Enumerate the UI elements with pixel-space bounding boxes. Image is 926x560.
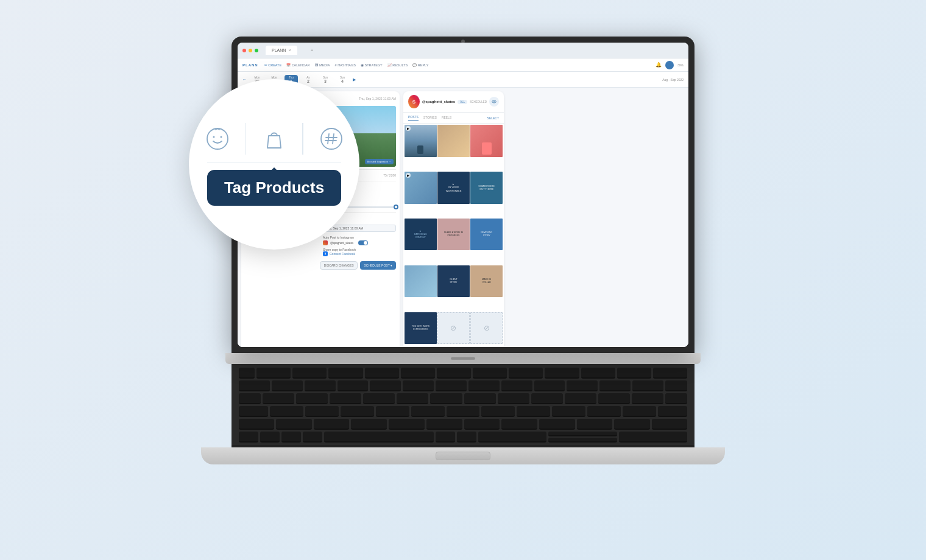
- key-f10[interactable]: [581, 368, 615, 379]
- cal-prev[interactable]: ←: [242, 77, 247, 82]
- nav-calendar[interactable]: 📅 CALENDAR: [286, 63, 309, 67]
- key-6[interactable]: [436, 380, 467, 391]
- auto-post-toggle[interactable]: [358, 240, 368, 245]
- key-0[interactable]: [567, 380, 598, 391]
- grid-cell-1[interactable]: ▶: [405, 125, 437, 157]
- bag-icon-item[interactable]: [258, 123, 290, 155]
- key-g[interactable]: [411, 406, 445, 417]
- tab-close-icon[interactable]: ×: [288, 47, 291, 53]
- grid-cell-11[interactable]: CLIENTSTORY: [437, 265, 470, 298]
- key-n[interactable]: [464, 419, 500, 430]
- nav-media[interactable]: 🖼 MEDIA: [315, 63, 330, 67]
- key-t[interactable]: [397, 393, 428, 404]
- key-q[interactable]: [263, 393, 294, 404]
- grid-cell-13[interactable]: YOU WITH WORKIN PROGRESS: [405, 312, 437, 345]
- key-backtick[interactable]: [239, 380, 270, 391]
- eye-button[interactable]: [489, 97, 499, 107]
- progress-handle[interactable]: [394, 205, 398, 209]
- notification-icon[interactable]: 🔔: [656, 62, 662, 68]
- key-space[interactable]: [324, 432, 434, 443]
- grid-cell-14[interactable]: ⊘: [437, 312, 470, 345]
- key-4[interactable]: [370, 380, 401, 391]
- maximize-button[interactable]: [255, 49, 258, 52]
- key-i[interactable]: [498, 393, 529, 404]
- key-f4[interactable]: [365, 368, 399, 379]
- grid-cell-15[interactable]: ⊘: [470, 312, 503, 345]
- key-d[interactable]: [341, 406, 374, 417]
- grid-cell-4[interactable]: ▶: [405, 172, 437, 204]
- key-cmd-l[interactable]: [303, 432, 322, 443]
- key-up[interactable]: [548, 432, 617, 436]
- key-w[interactable]: [296, 393, 328, 404]
- posts-tab[interactable]: POSTS: [408, 115, 419, 121]
- key-f3[interactable]: [328, 368, 362, 379]
- nav-hashtags[interactable]: # HASHTAGS: [335, 63, 356, 67]
- key-r[interactable]: [363, 393, 395, 404]
- key-capslock[interactable]: [239, 406, 268, 417]
- key-semicolon[interactable]: [587, 406, 621, 417]
- key-b[interactable]: [426, 419, 462, 430]
- nav-results[interactable]: 📈 RESULTS: [387, 63, 408, 67]
- key-a[interactable]: [270, 406, 303, 417]
- key-backspace[interactable]: [665, 380, 687, 391]
- key-fn[interactable]: [239, 432, 258, 443]
- key-7[interactable]: [468, 380, 500, 391]
- date-input[interactable]: Thu, Sep 1, 2022 11:00 AM: [323, 225, 396, 232]
- cal-day-2[interactable]: As 2: [302, 76, 315, 83]
- key-u[interactable]: [464, 393, 496, 404]
- connect-fb-text[interactable]: Connect Facebook: [330, 252, 355, 256]
- reels-tab[interactable]: REELS: [442, 116, 451, 121]
- key-down[interactable]: [548, 438, 617, 443]
- browser-tab[interactable]: PLANN ×: [266, 46, 297, 55]
- key-3[interactable]: [338, 380, 369, 391]
- key-j[interactable]: [481, 406, 515, 417]
- key-right[interactable]: [619, 432, 687, 443]
- grid-cell-12[interactable]: MADE INCOLLAB: [470, 265, 503, 298]
- key-f7[interactable]: [473, 368, 507, 379]
- user-avatar[interactable]: [665, 61, 674, 69]
- key-cmd-r[interactable]: [436, 432, 455, 443]
- key-ctrl[interactable]: [260, 432, 280, 443]
- key-f5[interactable]: [401, 368, 435, 379]
- key-9[interactable]: [534, 380, 565, 391]
- key-tab[interactable]: [239, 393, 261, 404]
- select-button[interactable]: SELECT: [487, 116, 499, 120]
- key-f6[interactable]: [437, 368, 471, 379]
- key-return2[interactable]: [658, 406, 687, 417]
- close-button[interactable]: [242, 49, 246, 52]
- key-f[interactable]: [376, 406, 409, 417]
- key-h[interactable]: [447, 406, 480, 417]
- key-minus[interactable]: [599, 380, 631, 391]
- key-f11[interactable]: [617, 368, 651, 379]
- trackpad[interactable]: [436, 452, 490, 460]
- key-5[interactable]: [403, 380, 434, 391]
- key-f12[interactable]: [653, 368, 687, 379]
- key-o[interactable]: [531, 393, 563, 404]
- grid-cell-5[interactable]: ★IN YOURWORKSPACE: [437, 172, 470, 204]
- emoji-icon-item[interactable]: [202, 123, 233, 155]
- key-quote[interactable]: [623, 406, 656, 417]
- stories-tab[interactable]: STORIES: [423, 116, 437, 121]
- boost-btn[interactable]: Boosted Inspiration →: [365, 159, 394, 164]
- key-lbracket[interactable]: [598, 393, 630, 404]
- nav-reply[interactable]: 💬 REPLY: [412, 63, 428, 67]
- key-alt-r[interactable]: [457, 432, 476, 443]
- all-tab[interactable]: ALL: [458, 100, 467, 104]
- cal-next[interactable]: ▶: [353, 77, 356, 82]
- key-x[interactable]: [314, 419, 350, 430]
- key-f2[interactable]: [292, 368, 327, 379]
- nav-strategy[interactable]: ◉ STRATEGY: [361, 63, 383, 67]
- key-l[interactable]: [552, 406, 585, 417]
- key-rshift[interactable]: [652, 419, 687, 430]
- key-esc[interactable]: [239, 368, 255, 379]
- key-2[interactable]: [305, 380, 336, 391]
- cal-day-3[interactable]: Sun 3: [319, 76, 332, 83]
- hashtag-icon-item[interactable]: [316, 123, 347, 155]
- key-s[interactable]: [305, 406, 339, 417]
- key-p[interactable]: [565, 393, 596, 404]
- key-left[interactable]: [478, 432, 546, 443]
- key-v[interactable]: [389, 419, 425, 430]
- key-f1[interactable]: [256, 368, 291, 379]
- grid-cell-3[interactable]: [470, 125, 503, 157]
- key-8[interactable]: [501, 380, 532, 391]
